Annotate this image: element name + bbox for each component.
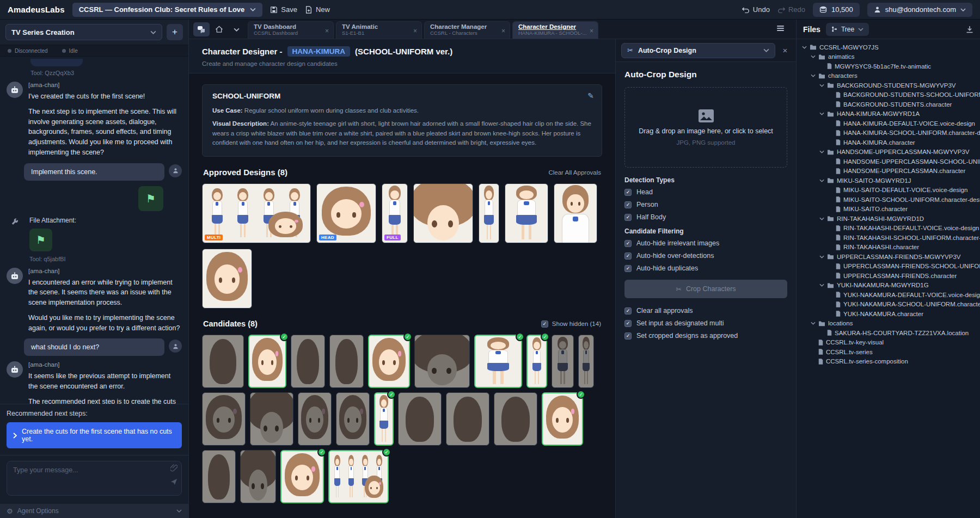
new-workspace-button[interactable]: + bbox=[167, 24, 183, 40]
approved-design-thumbnail[interactable]: HEAD bbox=[316, 183, 376, 243]
tab-close-icon[interactable]: × bbox=[413, 27, 417, 35]
detection-option[interactable]: ✓Half Body bbox=[624, 213, 787, 221]
approved-design-thumbnail[interactable]: MULTI bbox=[202, 183, 311, 243]
tree-file-row[interactable]: RIN-TAKAHASHI-SCHOOL-UNIFORM.character-d… bbox=[797, 233, 980, 243]
tree-file-row[interactable]: YUKI-NAKAMURA-DEFAULT-VOICE.voice-design bbox=[797, 290, 980, 300]
send-icon[interactable] bbox=[170, 478, 177, 485]
user-menu[interactable]: shu@dondontech.com bbox=[867, 3, 972, 17]
chat-panel-toggle[interactable] bbox=[193, 22, 210, 36]
tree-file-row[interactable]: SAKURA-HS-COURTYARD-TZZ21VXA.location bbox=[797, 328, 980, 338]
tool-result-pill[interactable] bbox=[30, 59, 83, 66]
chevron-down-icon[interactable] bbox=[819, 150, 824, 153]
tree-folder-row[interactable]: UPPERCLASSMAN-FRIENDS-MGWYVP3V bbox=[797, 252, 980, 262]
candidate-thumbnail[interactable] bbox=[298, 392, 332, 446]
tree-folder-row[interactable]: YUKI-NAKAMURA-MGWYRD1G bbox=[797, 281, 980, 291]
chevron-down-icon[interactable] bbox=[819, 112, 824, 115]
tree-file-row[interactable]: HANDSOME-UPPERCLASSMAN.character bbox=[797, 166, 980, 176]
tree-file-row[interactable]: RIN-TAKAHASHI.character bbox=[797, 243, 980, 252]
post-crop-option[interactable]: ✓Set cropped designs as approved bbox=[624, 332, 787, 340]
candidate-thumbnail[interactable] bbox=[291, 335, 325, 388]
chevron-down-icon[interactable] bbox=[819, 283, 824, 287]
tree-file-row[interactable]: CCSRL.tv-key-visual bbox=[797, 338, 980, 348]
message-input[interactable] bbox=[7, 461, 182, 496]
candidate-thumbnail[interactable]: ✓ bbox=[368, 335, 410, 388]
chevron-down-icon[interactable] bbox=[802, 46, 807, 49]
crop-characters-button[interactable]: ✂ Crop Characters bbox=[624, 280, 787, 298]
tab-close-icon[interactable]: × bbox=[590, 27, 593, 35]
tab-close-icon[interactable]: × bbox=[501, 27, 505, 35]
credits-balance[interactable]: 10,500 bbox=[813, 3, 860, 17]
chevron-down-icon[interactable] bbox=[819, 179, 824, 182]
candidate-thumbnail[interactable] bbox=[202, 392, 246, 446]
filtering-option-checkbox[interactable]: ✓ bbox=[624, 240, 632, 247]
tree-file-row[interactable]: UPPERCLASSMAN-FRIENDS.character bbox=[797, 271, 980, 281]
paperclip-icon[interactable] bbox=[170, 464, 177, 472]
candidate-thumbnail[interactable]: ✓ bbox=[248, 335, 286, 388]
candidate-thumbnail[interactable] bbox=[336, 392, 370, 446]
chevron-down-icon[interactable] bbox=[819, 255, 824, 258]
tree-folder-row[interactable]: characters bbox=[797, 71, 980, 81]
edit-icon[interactable]: ✎ bbox=[587, 91, 594, 100]
tree-folder-row[interactable]: locations bbox=[797, 319, 980, 329]
tab-character-designer[interactable]: Character DesignerHANA-KIMURA - SCHOOL-.… bbox=[512, 21, 598, 39]
chevron-down-icon[interactable] bbox=[811, 74, 816, 77]
tree-file-row[interactable]: MIKU-SAITO-SCHOOL-UNIFORM.character-desi… bbox=[797, 195, 980, 205]
save-button[interactable]: Save bbox=[270, 5, 297, 14]
tree-folder-row[interactable]: HANA-KIMURA-MGWYRD1A bbox=[797, 109, 980, 119]
approved-design-thumbnail[interactable] bbox=[413, 183, 473, 243]
tree-file-row[interactable]: BACKGROUND-STUDENTS-SCHOOL-UNIFORM.chara… bbox=[797, 90, 980, 100]
candidate-thumbnail[interactable] bbox=[250, 392, 293, 446]
candidate-thumbnail[interactable] bbox=[240, 450, 276, 503]
tree-file-row[interactable]: HANDSOME-UPPERCLASSMAN-SCHOOL-UNIFORM.ch… bbox=[797, 157, 980, 166]
agent-options-bar[interactable]: ⚙ Agent Options bbox=[0, 504, 188, 518]
tree-folder-row[interactable]: RIN-TAKAHASHI-MGWYRD1D bbox=[797, 214, 980, 224]
candidate-thumbnail[interactable] bbox=[578, 335, 594, 388]
candidate-thumbnail[interactable] bbox=[202, 450, 236, 503]
detection-option-checkbox[interactable]: ✓ bbox=[624, 214, 632, 221]
filtering-option[interactable]: ✓Auto-hide irrelevant images bbox=[624, 239, 787, 247]
candidate-thumbnail[interactable]: ✓ bbox=[474, 335, 522, 388]
tool-selector[interactable]: ✂ Auto-Crop Design bbox=[621, 43, 775, 58]
tree-file-row[interactable]: RIN-TAKAHASHI-DEFAULT-VOICE.voice-design bbox=[797, 224, 980, 233]
tree-file-row[interactable]: MIKU-SAITO.character bbox=[797, 205, 980, 214]
panel-list-button[interactable] bbox=[772, 21, 788, 35]
tab-character-manager[interactable]: Character ManagerCCSRL - Characters× bbox=[424, 21, 510, 39]
tab-close-icon[interactable]: × bbox=[325, 27, 329, 35]
tab-tv-animatic[interactable]: TV AnimaticS1-E1-B1× bbox=[336, 21, 422, 39]
tree-folder-row[interactable]: MIKU-SAITO-MGWYRD1J bbox=[797, 176, 980, 186]
tab-tv-dashboard[interactable]: TV DashboardCCSRL Dashboard× bbox=[248, 21, 334, 39]
filtering-option-checkbox[interactable]: ✓ bbox=[624, 252, 632, 260]
close-panel-button[interactable]: × bbox=[780, 46, 791, 55]
candidate-thumbnail[interactable] bbox=[494, 392, 537, 446]
tree-file-row[interactable]: HANA-KIMURA.character bbox=[797, 138, 980, 147]
tree-file-row[interactable]: YUKI-NAKAMURA.character bbox=[797, 309, 980, 319]
tree-folder-row[interactable]: animatics bbox=[797, 52, 980, 62]
character-chip[interactable]: HANA-KIMURA bbox=[287, 46, 351, 57]
candidate-thumbnail[interactable] bbox=[552, 335, 574, 388]
post-crop-option-checkbox[interactable]: ✓ bbox=[624, 307, 632, 314]
detection-option-checkbox[interactable]: ✓ bbox=[624, 189, 632, 196]
candidate-thumbnail[interactable] bbox=[446, 392, 489, 446]
new-button[interactable]: New bbox=[305, 5, 330, 14]
candidate-thumbnail[interactable]: ✓ bbox=[328, 450, 389, 503]
tree-file-row[interactable]: HANA-KIMURA-DEFAULT-VOICE.voice-design bbox=[797, 119, 980, 128]
candidate-thumbnail[interactable]: ✓ bbox=[526, 335, 547, 388]
post-crop-option-checkbox[interactable]: ✓ bbox=[624, 332, 632, 340]
image-dropzone[interactable]: Drag & drop an image here, or click to s… bbox=[624, 87, 787, 168]
tree-file-row[interactable]: HANA-KIMURA-SCHOOL-UNIFORM.character-des… bbox=[797, 128, 980, 138]
candidate-thumbnail[interactable] bbox=[329, 335, 364, 388]
undo-button[interactable]: Undo bbox=[742, 5, 770, 14]
tree-folder-row[interactable]: BACKGROUND-STUDENTS-MGWYVP3V bbox=[797, 81, 980, 90]
candidate-thumbnail[interactable]: ✓ bbox=[542, 392, 583, 446]
post-crop-option-checkbox[interactable]: ✓ bbox=[624, 320, 632, 327]
chevron-down-icon[interactable] bbox=[811, 55, 816, 58]
approved-design-thumbnail[interactable] bbox=[554, 183, 597, 243]
post-crop-option[interactable]: ✓Clear all approvals bbox=[624, 307, 787, 314]
chevron-down-icon[interactable] bbox=[811, 322, 816, 325]
download-button[interactable] bbox=[966, 26, 973, 33]
approved-design-thumbnail[interactable] bbox=[505, 183, 548, 243]
tree-file-row[interactable]: MGWYSYC9-5b1ac7fe.tv-animatic bbox=[797, 61, 980, 71]
chevron-down-icon[interactable] bbox=[819, 217, 824, 220]
view-mode-selector[interactable]: Tree bbox=[826, 23, 869, 36]
candidate-thumbnail[interactable]: ✓ bbox=[280, 450, 324, 503]
